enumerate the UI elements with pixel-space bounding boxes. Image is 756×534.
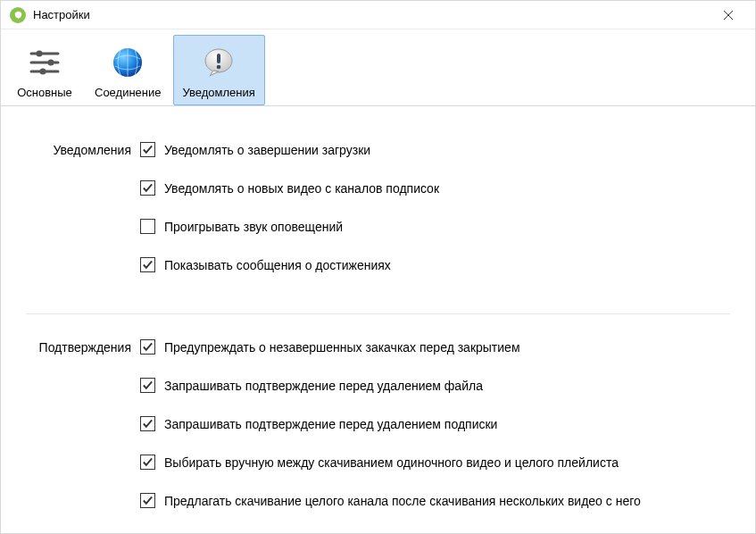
checkbox-label: Предупреждать о незавершенных закачках п… [164,340,520,355]
checkbox-confirm-delete-file[interactable] [140,378,155,393]
app-icon [10,7,26,23]
checkbox-row: Запрашивать подтверждение перед удаление… [140,416,730,431]
close-icon [723,10,734,21]
tab-label: Основные [17,86,72,99]
checkbox-label: Проигрывать звук оповещений [164,220,343,234]
svg-point-5 [40,69,46,75]
tabs: Основные Соединение [1,29,755,106]
checkbox-row: Выбирать вручную между скачиванием одино… [140,455,730,470]
checkbox-offer-channel[interactable] [140,493,155,508]
content: Уведомления Уведомлять о завершении загр… [1,106,755,313]
alert-bubble-icon [199,43,238,82]
checkbox-label: Уведомлять о завершении загрузки [164,143,370,157]
checkbox-row: Предупреждать о незавершенных закачках п… [140,339,730,355]
window-title: Настройки [33,8,710,21]
content: Подтверждения Предупреждать о незавершен… [1,339,755,534]
checkbox-achievements[interactable] [140,257,155,272]
section-divider [26,313,730,314]
checkbox-label: Выбирать вручную между скачиванием одино… [164,455,619,470]
svg-point-3 [48,60,54,66]
svg-point-8 [217,65,221,70]
checkbox-new-videos[interactable] [140,180,155,196]
tab-notifications[interactable]: Уведомления [173,35,265,105]
checkbox-confirm-delete-sub[interactable] [140,416,155,431]
checkbox-warn-close[interactable] [140,339,155,355]
checkbox-label: Предлагать скачивание целого канала посл… [164,494,641,508]
close-button[interactable] [710,3,746,28]
checkbox-row: Уведомлять о новых видео с каналов подпи… [140,180,730,196]
svg-point-1 [37,51,43,57]
checkbox-row: Уведомлять о завершении загрузки [140,142,730,157]
section-title: Уведомления [26,142,140,288]
svg-rect-7 [217,54,220,63]
checkbox-download-complete[interactable] [140,142,155,157]
tab-general[interactable]: Основные [6,35,83,105]
checkbox-label: Запрашивать подтверждение перед удаление… [164,417,497,431]
checkbox-label: Уведомлять о новых видео с каналов подпи… [164,181,439,196]
sliders-icon [25,43,64,82]
checkbox-label: Показывать сообщения о достижениях [164,258,391,272]
section-title: Подтверждения [26,339,140,524]
checkbox-choose-playlist[interactable] [140,455,155,470]
section-notifications: Уведомления Уведомлять о завершении загр… [26,142,730,288]
checkbox-play-sound[interactable] [140,219,155,234]
checkbox-row: Показывать сообщения о достижениях [140,257,730,272]
titlebar: Настройки [1,1,755,29]
globe-icon [108,43,147,82]
checkbox-row: Предлагать скачивание целого канала посл… [140,493,730,508]
checkbox-row: Проигрывать звук оповещений [140,219,730,234]
section-confirmations: Подтверждения Предупреждать о незавершен… [26,339,730,524]
tab-label: Уведомления [183,86,255,99]
checkbox-row: Запрашивать подтверждение перед удаление… [140,378,730,393]
tab-connection[interactable]: Соединение [85,35,171,105]
tab-label: Соединение [95,86,162,99]
checkbox-label: Запрашивать подтверждение перед удаление… [164,379,483,393]
